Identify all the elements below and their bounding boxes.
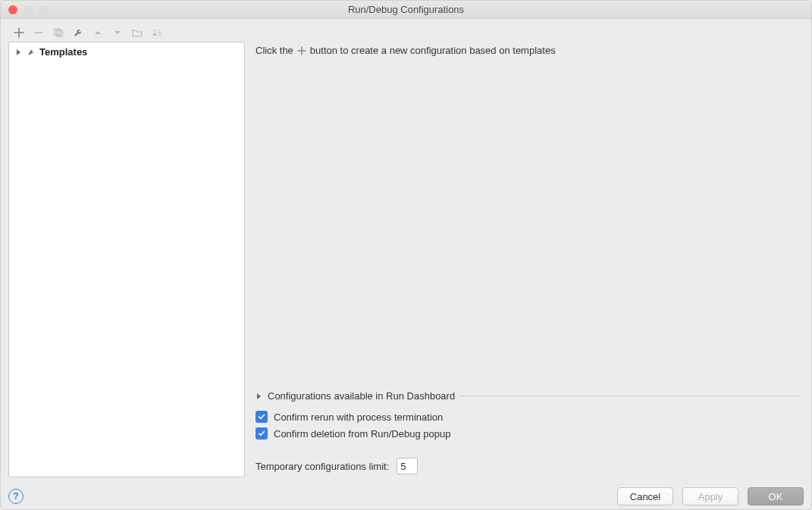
window-title: Run/Debug Configurations xyxy=(348,4,464,15)
check-icon xyxy=(258,430,265,437)
folder-button xyxy=(131,27,143,39)
maximize-window-button xyxy=(39,5,48,14)
divider xyxy=(459,396,799,396)
wrench-icon xyxy=(73,27,83,38)
sort-button xyxy=(151,27,163,39)
confirm-delete-row[interactable]: Confirm deletion from Run/Debug popup xyxy=(256,427,799,440)
plus-icon xyxy=(296,45,307,56)
temp-config-limit-input[interactable] xyxy=(397,458,418,474)
templates-node[interactable]: Templates xyxy=(9,42,244,61)
dialog-footer: ? Cancel Apply OK xyxy=(1,483,811,509)
confirm-rerun-checkbox[interactable] xyxy=(256,411,268,423)
check-icon xyxy=(258,413,265,421)
hint-prefix: Click the xyxy=(256,45,293,56)
move-up-icon xyxy=(92,27,103,38)
move-down-icon xyxy=(112,27,123,38)
dashboard-section-header[interactable]: Configurations available in Run Dashboar… xyxy=(256,390,799,402)
config-tree[interactable]: Templates xyxy=(8,42,245,477)
close-window-button[interactable] xyxy=(8,5,17,14)
temp-config-limit-row: Temporary configurations limit: xyxy=(256,458,799,474)
move-down-button xyxy=(111,27,124,39)
minus-icon xyxy=(33,27,44,38)
hint-suffix: button to create a new configuration bas… xyxy=(310,45,556,56)
chevron-right-icon xyxy=(256,393,263,400)
help-icon: ? xyxy=(13,491,18,502)
detail-pane: Click the button to create a new configu… xyxy=(245,42,804,477)
confirm-rerun-label: Confirm rerun with process termination xyxy=(274,411,443,423)
title-bar: Run/Debug Configurations xyxy=(1,1,811,19)
temp-config-limit-label: Temporary configurations limit: xyxy=(256,461,389,472)
chevron-right-icon xyxy=(15,48,23,56)
help-button[interactable]: ? xyxy=(8,489,24,504)
templates-label: Templates xyxy=(39,46,87,58)
minimize-window-button xyxy=(24,5,33,14)
dialog-content: Templates Click the button to create a n… xyxy=(1,19,811,483)
sort-icon xyxy=(152,27,162,38)
confirm-rerun-row[interactable]: Confirm rerun with process termination xyxy=(256,411,799,423)
copy-config-button xyxy=(52,27,64,39)
remove-config-button xyxy=(33,27,45,39)
apply-button: Apply xyxy=(682,487,738,505)
window-controls xyxy=(8,5,48,14)
edit-defaults-button[interactable] xyxy=(72,27,84,39)
move-up-button xyxy=(92,27,104,39)
add-config-button[interactable] xyxy=(13,27,25,39)
confirm-delete-label: Confirm deletion from Run/Debug popup xyxy=(274,428,450,440)
cancel-button[interactable]: Cancel xyxy=(617,487,673,505)
folder-icon xyxy=(132,27,143,38)
spacer xyxy=(256,56,799,384)
dashboard-section-label: Configurations available in Run Dashboar… xyxy=(268,390,455,402)
ok-button[interactable]: OK xyxy=(748,487,804,505)
copy-icon xyxy=(53,27,64,38)
plus-icon xyxy=(14,27,24,38)
wrench-icon xyxy=(27,48,35,56)
main-split: Templates Click the button to create a n… xyxy=(8,42,804,477)
empty-state-hint: Click the button to create a new configu… xyxy=(256,45,799,56)
toolbar xyxy=(8,23,804,42)
confirm-delete-checkbox[interactable] xyxy=(256,427,268,440)
